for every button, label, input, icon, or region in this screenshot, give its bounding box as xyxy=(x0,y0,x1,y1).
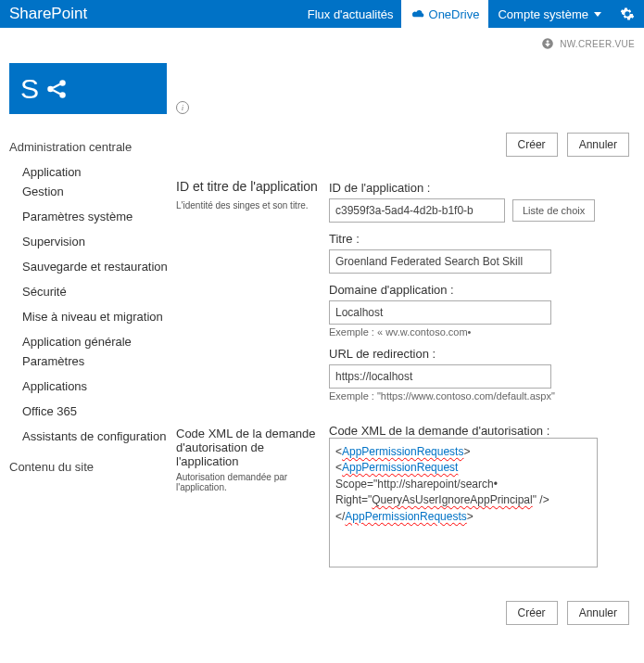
nav-item-application[interactable]: Application xyxy=(9,159,176,185)
domain-example: Exemple : « wv.w.contoso.com• xyxy=(329,326,635,338)
section-perm-desc: Autorisation demandée par l'application. xyxy=(176,472,322,492)
redirect-input[interactable] xyxy=(329,364,551,389)
action-row-bottom: Créer Annuler xyxy=(329,592,635,640)
chevron-down-icon xyxy=(594,12,601,17)
logo-row: S i xyxy=(0,59,644,123)
account-label: Compte système xyxy=(498,7,588,21)
section-perm-title: Code XML de la demande d'autorisation de… xyxy=(176,427,322,468)
xml-right-prefix: Right=" xyxy=(335,493,372,506)
nav-item-applications[interactable]: Applications xyxy=(9,374,176,399)
cancel-button-top[interactable]: Annuler xyxy=(567,133,629,157)
xml-label: Code XML de la demande d'autorisation : xyxy=(329,424,635,438)
nav-item-sauvegarde[interactable]: Sauvegarde et restauration xyxy=(9,254,176,279)
nav-item-params-systeme[interactable]: Paramètres système xyxy=(9,204,176,229)
gear-icon xyxy=(620,6,635,21)
share-glyph-icon xyxy=(44,77,69,101)
form-column: Créer Annuler ID de l'application : List… xyxy=(329,123,635,640)
brand-label: SharePoint xyxy=(0,5,87,23)
tab-onedrive[interactable]: OneDrive xyxy=(401,0,489,28)
account-menu[interactable]: Compte système xyxy=(488,0,611,28)
share-icon xyxy=(541,37,554,50)
settings-button[interactable] xyxy=(611,0,644,28)
logo-letter: S xyxy=(20,73,39,105)
create-button-bottom[interactable]: Créer xyxy=(506,601,558,625)
nav-item-supervision[interactable]: Supervision xyxy=(9,229,176,254)
nav-item-gestion[interactable]: Gestion xyxy=(9,185,176,204)
title-input[interactable] xyxy=(329,249,551,274)
section-id-desc: L'identité des singes et son titre. xyxy=(176,199,322,211)
xml-open-requests: AppPermissionRequests xyxy=(342,445,463,458)
section-id-title: ID et titre de l'application xyxy=(176,179,322,194)
nav-footer[interactable]: Contenu du site xyxy=(9,460,176,474)
section-desc-column: ID et titre de l'application L'identité … xyxy=(176,123,329,640)
domain-input[interactable] xyxy=(329,300,551,325)
nav-item-mise-a-niveau[interactable]: Mise à niveau et migration xyxy=(9,304,176,329)
appid-label: ID de l'application : xyxy=(329,181,635,195)
domain-label: Domaine d'application : xyxy=(329,283,635,297)
cancel-button-bottom[interactable]: Annuler xyxy=(567,601,629,625)
title-label: Titre : xyxy=(329,232,635,246)
xml-textarea[interactable]: <AppPermissionRequests> <AppPermissionRe… xyxy=(329,438,598,567)
xml-right-value: QueryAsUserIgnoreAppPrincipal xyxy=(372,493,532,506)
lookup-button[interactable]: Liste de choix xyxy=(512,199,595,222)
share-row: NW.CREER.VUE xyxy=(0,28,644,59)
action-row-top: Créer Annuler xyxy=(329,123,635,172)
cloud-icon xyxy=(410,8,425,19)
sharepoint-logo: S xyxy=(9,63,167,114)
info-icon[interactable]: i xyxy=(176,101,189,114)
tab-newsfeed[interactable]: Flux d'actualités xyxy=(300,0,401,28)
nav-item-securite[interactable]: Sécurité xyxy=(9,279,176,304)
xml-scope: Scope="http://sharepoint/search• xyxy=(335,478,498,491)
left-nav: Administration centrale Application Gest… xyxy=(9,123,176,640)
nav-header[interactable]: Administration centrale xyxy=(9,140,176,154)
redirect-example: Exemple : "https://www.contoso.com/defau… xyxy=(329,390,635,402)
xml-open-request: AppPermissionRequest xyxy=(342,461,458,474)
redirect-label: URL de redirection : xyxy=(329,347,635,361)
share-label: NW.CREER.VUE xyxy=(560,39,635,49)
nav-item-app-generale[interactable]: Application générale xyxy=(9,329,176,354)
nav-item-parametres[interactable]: Paramètres xyxy=(9,354,176,374)
appid-input[interactable] xyxy=(329,198,505,223)
create-button-top[interactable]: Créer xyxy=(506,133,558,157)
xml-right-suffix: " /> xyxy=(533,493,549,506)
nav-item-assistants[interactable]: Assistants de configuration xyxy=(9,424,176,449)
nav-item-office365[interactable]: Office 365 xyxy=(9,399,176,424)
tab-onedrive-label: OneDrive xyxy=(429,7,480,21)
xml-close-requests: AppPermissionRequests xyxy=(345,510,466,523)
top-bar: SharePoint Flux d'actualités OneDrive Co… xyxy=(0,0,644,28)
